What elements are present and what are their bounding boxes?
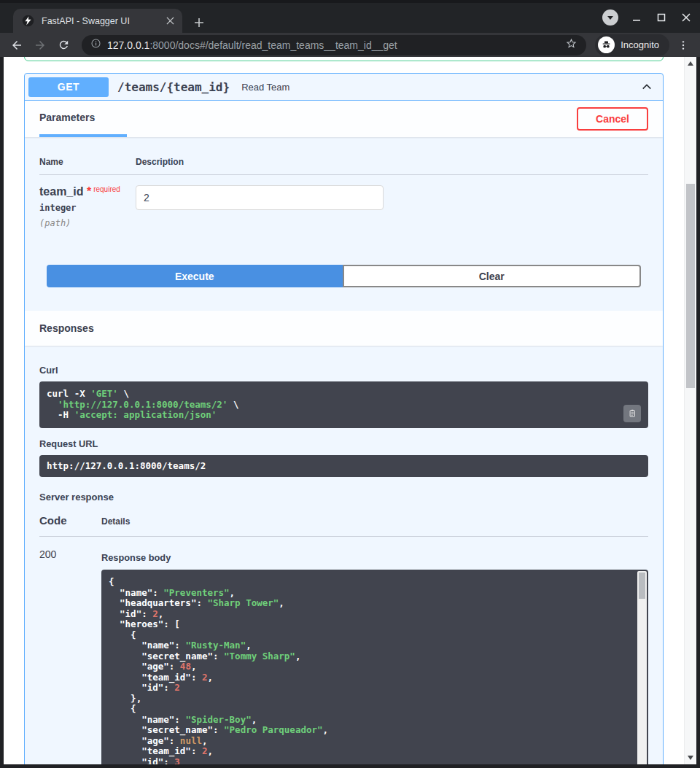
parameter-description-cell bbox=[136, 185, 384, 228]
response-table-header: Code Details bbox=[39, 514, 648, 537]
url-text[interactable]: 127.0.0.1:8000/docs#/default/read_team_t… bbox=[107, 39, 565, 51]
response-body-code: { "name": "Preventers", "headquarters": … bbox=[109, 577, 629, 764]
code-line: "name": "Preventers", bbox=[109, 588, 629, 599]
code-line: "name": "Rusty-Man", bbox=[109, 640, 629, 651]
parameter-name: team_id bbox=[39, 185, 83, 198]
response-row: 200 Response body { "name": "Preventers"… bbox=[39, 548, 648, 764]
parameter-location: (path) bbox=[39, 218, 136, 228]
request-url-label: Request URL bbox=[39, 438, 648, 449]
code-line: "id": 3 bbox=[109, 757, 629, 765]
response-details-cell: Response body { "name": "Preventers", "h… bbox=[101, 548, 648, 764]
back-icon[interactable] bbox=[7, 36, 26, 55]
request-url-block: http://127.0.0.1:8000/teams/2 bbox=[39, 455, 648, 478]
url-host: 127.0.0.1 bbox=[107, 39, 149, 51]
code-line: "headquarters": "Sharp Tower", bbox=[109, 598, 629, 609]
code-line: "secret_name": "Tommy Sharp", bbox=[109, 651, 629, 662]
column-code-header: Code bbox=[39, 514, 101, 527]
opblock-get-teams-team-id: GET /teams/{team_id} Read Team Parameter… bbox=[24, 73, 664, 764]
parameters-section-header: Parameters Cancel bbox=[25, 101, 663, 137]
parameter-name-cell: team_id *required integer (path) bbox=[39, 185, 136, 228]
code-line: "team_id": 2, bbox=[109, 672, 629, 683]
page-scrollbar[interactable] bbox=[684, 57, 696, 764]
endpoint-summary: Read Team bbox=[241, 82, 289, 93]
response-body-scrollbar-thumb[interactable] bbox=[639, 573, 645, 599]
new-tab-icon[interactable] bbox=[191, 15, 207, 31]
tab-title: FastAPI - Swagger UI bbox=[42, 16, 163, 26]
status-code: 200 bbox=[39, 548, 101, 764]
curl-code: curl -X 'GET' \ 'http://127.0.0.1:8000/t… bbox=[47, 389, 641, 421]
page-scrollbar-thumb[interactable] bbox=[686, 184, 695, 388]
browser-menu-icon[interactable] bbox=[674, 36, 693, 55]
column-description-header: Description bbox=[136, 157, 184, 167]
request-url-value: http://127.0.0.1:8000/teams/2 bbox=[47, 461, 641, 472]
column-details-header: Details bbox=[101, 516, 130, 527]
responses-content: Curl curl -X 'GET' \ 'http://127.0.0.1:8… bbox=[25, 346, 663, 764]
method-badge: GET bbox=[28, 77, 109, 97]
execute-button[interactable]: Execute bbox=[47, 265, 343, 287]
team-id-input[interactable] bbox=[136, 185, 384, 210]
response-body-scrollbar[interactable] bbox=[637, 571, 647, 764]
code-line: "name": "Spider-Boy", bbox=[109, 715, 629, 726]
required-label: required bbox=[93, 185, 120, 193]
incognito-icon bbox=[598, 36, 615, 53]
bookmark-star-icon[interactable] bbox=[565, 37, 578, 53]
curl-label: Curl bbox=[39, 365, 648, 376]
maximize-icon[interactable] bbox=[655, 11, 668, 24]
response-body-block: { "name": "Preventers", "headquarters": … bbox=[101, 570, 648, 764]
tab-search-icon[interactable] bbox=[602, 9, 618, 26]
site-info-icon[interactable] bbox=[90, 38, 101, 52]
window-frame: GET /teams/{team_id} Read Team Parameter… bbox=[0, 57, 700, 768]
tab-close-icon[interactable] bbox=[163, 15, 176, 28]
url-bar[interactable]: 127.0.0.1:8000/docs#/default/read_team_t… bbox=[82, 35, 586, 55]
code-line: "age": 48, bbox=[109, 662, 629, 672]
parameter-row: team_id *required integer (path) bbox=[39, 175, 648, 228]
forward-icon[interactable] bbox=[31, 36, 50, 55]
scrollbar-down-arrow-icon[interactable] bbox=[688, 756, 693, 760]
previous-endpoint-bottom-edge bbox=[24, 57, 664, 61]
required-asterisk: * bbox=[83, 185, 91, 198]
code-line: { bbox=[109, 577, 629, 588]
code-line: "secret_name": "Pedro Parqueador", bbox=[109, 725, 629, 736]
code-line: "age": null, bbox=[109, 736, 629, 747]
tab-strip: FastAPI - Swagger UI bbox=[0, 0, 700, 33]
browser-toolbar: 127.0.0.1:8000/docs#/default/read_team_t… bbox=[0, 33, 700, 57]
code-line: "heroes": [ bbox=[109, 619, 629, 630]
code-line: "id": 2 bbox=[109, 683, 629, 694]
code-line: "id": 2, bbox=[109, 609, 629, 620]
clear-button[interactable]: Clear bbox=[343, 265, 642, 287]
endpoint-path: /teams/{team_id} bbox=[117, 80, 230, 94]
code-line: { bbox=[109, 630, 629, 641]
server-response-label: Server response bbox=[39, 492, 648, 503]
code-line: { bbox=[109, 704, 629, 715]
code-line: -H 'accept: application/json' bbox=[47, 410, 641, 421]
browser-window: FastAPI - Swagger UI bbox=[0, 0, 700, 768]
response-body-label: Response body bbox=[101, 552, 648, 563]
code-line: 'http://127.0.0.1:8000/teams/2' \ bbox=[47, 400, 641, 411]
responses-title: Responses bbox=[39, 322, 94, 334]
parameter-type: integer bbox=[39, 203, 136, 213]
code-line: }, bbox=[109, 694, 629, 705]
cancel-button[interactable]: Cancel bbox=[577, 107, 648, 131]
code-line: "team_id": 2, bbox=[109, 746, 629, 757]
copy-to-clipboard-icon[interactable] bbox=[623, 405, 641, 422]
column-name-header: Name bbox=[39, 157, 136, 167]
execute-wrapper: Execute Clear bbox=[25, 253, 663, 298]
close-icon[interactable] bbox=[680, 11, 693, 24]
scrollbar-up-arrow-icon[interactable] bbox=[688, 61, 693, 66]
incognito-badge: Incognito bbox=[595, 34, 669, 56]
tab-parameters[interactable]: Parameters bbox=[39, 101, 127, 137]
curl-block: curl -X 'GET' \ 'http://127.0.0.1:8000/t… bbox=[39, 381, 648, 428]
browser-tab[interactable]: FastAPI - Swagger UI bbox=[13, 9, 182, 33]
code-line: curl -X 'GET' \ bbox=[47, 389, 641, 400]
url-path: :8000/docs#/default/read_team_teams__tea… bbox=[149, 39, 397, 51]
fastapi-favicon-icon bbox=[22, 15, 34, 27]
parameters-table-header: Name Description bbox=[39, 152, 648, 175]
incognito-label: Incognito bbox=[621, 39, 659, 50]
swagger-page: GET /teams/{team_id} Read Team Parameter… bbox=[4, 57, 696, 764]
endpoint-header[interactable]: GET /teams/{team_id} Read Team bbox=[25, 74, 663, 101]
reload-icon[interactable] bbox=[54, 36, 73, 55]
responses-section-header: Responses bbox=[25, 311, 663, 346]
parameters-table: Name Description team_id *required integ… bbox=[25, 137, 663, 253]
collapse-chevron-icon[interactable] bbox=[638, 78, 656, 96]
minimize-icon[interactable] bbox=[630, 11, 643, 24]
